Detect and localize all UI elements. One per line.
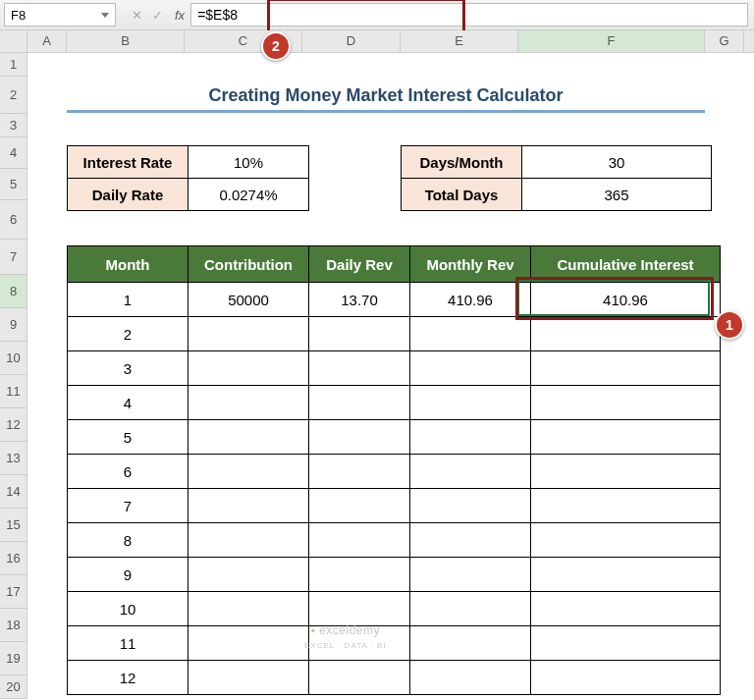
cell-daily[interactable]	[309, 626, 410, 661]
row-header[interactable]: 4	[0, 137, 27, 169]
row-header[interactable]: 5	[0, 169, 27, 200]
row-header[interactable]: 14	[0, 475, 27, 509]
cell-daily[interactable]	[309, 317, 410, 351]
cell-month[interactable]: 2	[68, 317, 188, 351]
cell-monthly[interactable]	[410, 420, 531, 455]
cell-cumulative[interactable]: 410.96	[531, 283, 721, 317]
grid-cells[interactable]: Creating Money Market Interest Calculato…	[27, 53, 754, 699]
cell-contribution[interactable]	[188, 592, 309, 626]
cell-month[interactable]: 9	[68, 558, 188, 592]
cell-daily[interactable]	[309, 386, 410, 420]
cell-contribution[interactable]	[188, 455, 309, 489]
cell-month[interactable]: 4	[68, 386, 188, 420]
row-header[interactable]: 16	[0, 542, 27, 575]
cell-daily[interactable]	[309, 420, 410, 455]
table-header: Daily Rev	[309, 246, 410, 283]
col-header[interactable]: G	[705, 30, 744, 52]
cancel-icon[interactable]: ✕	[132, 8, 142, 23]
cell-daily[interactable]	[309, 489, 410, 523]
cell-month[interactable]: 5	[68, 420, 188, 455]
cell-daily[interactable]	[309, 455, 410, 489]
cell-contribution[interactable]	[188, 489, 309, 523]
cell-monthly[interactable]	[410, 661, 531, 695]
name-box[interactable]: F8	[4, 3, 116, 27]
cell-monthly[interactable]	[410, 626, 531, 661]
cell-monthly[interactable]	[410, 558, 531, 592]
accept-icon[interactable]: ✓	[152, 8, 163, 23]
cell-month[interactable]: 6	[68, 455, 188, 489]
cell-monthly[interactable]	[410, 317, 531, 351]
col-header[interactable]: B	[67, 30, 185, 52]
cell-daily[interactable]	[309, 523, 410, 558]
cell-daily[interactable]: 13.70	[309, 283, 410, 317]
cell-daily[interactable]	[309, 351, 410, 386]
cell-monthly[interactable]	[410, 386, 531, 420]
cell-daily[interactable]	[309, 592, 410, 626]
cell-cumulative[interactable]	[531, 386, 721, 420]
row-header[interactable]: 9	[0, 308, 27, 342]
col-header[interactable]: E	[401, 30, 518, 52]
cell-month[interactable]: 7	[68, 489, 188, 523]
cell-daily[interactable]	[309, 558, 410, 592]
cell-month[interactable]: 8	[68, 523, 188, 558]
row-header[interactable]: 6	[0, 200, 27, 240]
cell-monthly[interactable]	[410, 592, 531, 626]
row-header[interactable]: 18	[0, 609, 27, 642]
cell-monthly[interactable]	[410, 351, 531, 386]
cell-contribution[interactable]	[188, 386, 309, 420]
cell-contribution[interactable]	[188, 661, 309, 695]
param-value[interactable]: 30	[522, 146, 712, 179]
row-header[interactable]: 10	[0, 342, 27, 375]
cell-month[interactable]: 12	[68, 661, 188, 695]
row-header[interactable]: 2	[0, 77, 27, 114]
cell-contribution[interactable]: 50000	[188, 283, 309, 317]
row-header[interactable]: 1	[0, 53, 27, 77]
param-value[interactable]: 365	[522, 179, 712, 211]
row-header[interactable]: 20	[0, 675, 27, 699]
cell-cumulative[interactable]	[531, 661, 721, 695]
cell-monthly[interactable]	[410, 455, 531, 489]
row-header[interactable]: 13	[0, 442, 27, 475]
col-header[interactable]: F	[518, 30, 705, 52]
col-header[interactable]: D	[302, 30, 401, 52]
cell-cumulative[interactable]	[531, 626, 721, 661]
row-header[interactable]: 11	[0, 375, 27, 408]
cell-cumulative[interactable]	[531, 489, 721, 523]
row-header[interactable]: 7	[0, 240, 27, 275]
param-value[interactable]: 0.0274%	[188, 179, 309, 211]
row-header[interactable]: 19	[0, 642, 27, 675]
row-header[interactable]: 8	[0, 275, 27, 308]
cell-contribution[interactable]	[188, 317, 309, 351]
cell-cumulative[interactable]	[531, 317, 721, 351]
cell-cumulative[interactable]	[531, 351, 721, 386]
col-header[interactable]: A	[27, 30, 67, 52]
param-value[interactable]: 10%	[188, 146, 309, 179]
cell-cumulative[interactable]	[531, 592, 721, 626]
cell-contribution[interactable]	[188, 523, 309, 558]
row-header[interactable]: 3	[0, 114, 27, 137]
cell-contribution[interactable]	[188, 420, 309, 455]
cell-cumulative[interactable]	[531, 523, 721, 558]
cell-month[interactable]: 3	[68, 351, 188, 386]
table-row: 15000013.70410.96410.96	[68, 283, 721, 317]
formula-text: =$E$8	[197, 7, 238, 23]
cell-contribution[interactable]	[188, 626, 309, 661]
cell-month[interactable]: 1	[68, 283, 188, 317]
cell-contribution[interactable]	[188, 351, 309, 386]
row-header[interactable]: 15	[0, 509, 27, 542]
cell-monthly[interactable]: 410.96	[410, 283, 531, 317]
cell-monthly[interactable]	[410, 489, 531, 523]
fx-icon[interactable]: fx	[175, 8, 185, 23]
cell-cumulative[interactable]	[531, 455, 721, 489]
row-header[interactable]: 12	[0, 408, 27, 442]
cell-monthly[interactable]	[410, 523, 531, 558]
cell-cumulative[interactable]	[531, 420, 721, 455]
row-header[interactable]: 17	[0, 575, 27, 609]
cell-month[interactable]: 11	[68, 626, 188, 661]
cell-month[interactable]: 10	[68, 592, 188, 626]
formula-input[interactable]: =$E$8	[190, 3, 748, 27]
cell-daily[interactable]	[309, 661, 410, 695]
select-all-corner[interactable]	[0, 30, 27, 52]
cell-contribution[interactable]	[188, 558, 309, 592]
cell-cumulative[interactable]	[531, 558, 721, 592]
